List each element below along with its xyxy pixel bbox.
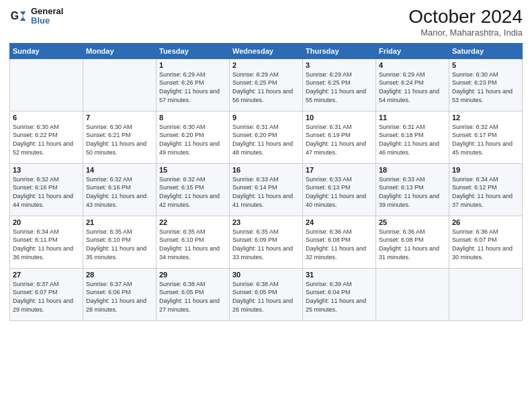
calendar-cell <box>10 58 83 111</box>
day-number: 4 <box>379 61 446 69</box>
calendar-cell: 26Sunrise: 6:36 AMSunset: 6:07 PMDayligh… <box>449 216 523 268</box>
day-detail: Sunrise: 6:30 AMSunset: 6:22 PMDaylight:… <box>13 123 80 156</box>
calendar-cell: 7Sunrise: 6:30 AMSunset: 6:21 PMDaylight… <box>83 111 157 163</box>
calendar-cell: 28Sunrise: 6:37 AMSunset: 6:06 PMDayligh… <box>83 268 157 320</box>
day-detail: Sunrise: 6:33 AMSunset: 6:13 PMDaylight:… <box>306 175 373 209</box>
day-number: 20 <box>13 218 80 226</box>
day-number: 18 <box>379 166 446 174</box>
logo: G General Blue <box>9 7 63 26</box>
day-detail: Sunrise: 6:34 AMSunset: 6:11 PMDaylight:… <box>13 228 80 261</box>
day-number: 14 <box>86 166 153 174</box>
calendar-cell: 16Sunrise: 6:33 AMSunset: 6:14 PMDayligh… <box>230 163 303 216</box>
day-detail: Sunrise: 6:32 AMSunset: 6:15 PMDaylight:… <box>159 175 226 209</box>
day-detail: Sunrise: 6:31 AMSunset: 6:20 PMDaylight:… <box>232 123 300 156</box>
day-number: 27 <box>13 271 80 279</box>
calendar-cell <box>449 268 523 320</box>
calendar-cell: 15Sunrise: 6:32 AMSunset: 6:15 PMDayligh… <box>157 163 230 216</box>
day-number: 21 <box>86 218 153 226</box>
calendar-cell: 3Sunrise: 6:29 AMSunset: 6:25 PMDaylight… <box>303 58 376 111</box>
weekday-header: Thursday <box>303 43 376 58</box>
day-number: 30 <box>232 271 300 279</box>
weekday-header: Saturday <box>449 43 523 58</box>
day-number: 19 <box>452 166 519 174</box>
day-number: 17 <box>306 166 373 174</box>
svg-text:G: G <box>11 11 19 22</box>
day-detail: Sunrise: 6:37 AMSunset: 6:07 PMDaylight:… <box>13 280 80 314</box>
day-number: 2 <box>232 61 300 69</box>
day-number: 11 <box>379 113 446 122</box>
day-detail: Sunrise: 6:29 AMSunset: 6:25 PMDaylight:… <box>306 71 373 104</box>
calendar-week-row: 27Sunrise: 6:37 AMSunset: 6:07 PMDayligh… <box>10 268 523 320</box>
day-number: 9 <box>232 113 300 122</box>
calendar-cell: 13Sunrise: 6:32 AMSunset: 6:16 PMDayligh… <box>10 163 83 216</box>
day-detail: Sunrise: 6:38 AMSunset: 6:05 PMDaylight:… <box>232 280 300 314</box>
weekday-header-row: SundayMondayTuesdayWednesdayThursdayFrid… <box>10 43 523 58</box>
calendar-week-row: 20Sunrise: 6:34 AMSunset: 6:11 PMDayligh… <box>10 216 523 268</box>
logo-icon: G <box>9 7 28 26</box>
day-detail: Sunrise: 6:31 AMSunset: 6:18 PMDaylight:… <box>379 123 446 156</box>
day-detail: Sunrise: 6:32 AMSunset: 6:16 PMDaylight:… <box>86 175 153 209</box>
calendar-week-row: 13Sunrise: 6:32 AMSunset: 6:16 PMDayligh… <box>10 163 523 216</box>
day-detail: Sunrise: 6:33 AMSunset: 6:13 PMDaylight:… <box>379 175 446 209</box>
day-detail: Sunrise: 6:32 AMSunset: 6:17 PMDaylight:… <box>452 123 519 156</box>
calendar-cell: 27Sunrise: 6:37 AMSunset: 6:07 PMDayligh… <box>10 268 83 320</box>
day-detail: Sunrise: 6:32 AMSunset: 6:16 PMDaylight:… <box>13 175 80 209</box>
calendar-cell: 30Sunrise: 6:38 AMSunset: 6:05 PMDayligh… <box>230 268 303 320</box>
calendar-cell <box>83 58 157 111</box>
day-detail: Sunrise: 6:38 AMSunset: 6:05 PMDaylight:… <box>159 280 226 314</box>
day-number: 1 <box>159 61 226 69</box>
weekday-header: Tuesday <box>157 43 230 58</box>
calendar-cell: 17Sunrise: 6:33 AMSunset: 6:13 PMDayligh… <box>303 163 376 216</box>
day-number: 15 <box>159 166 226 174</box>
day-detail: Sunrise: 6:39 AMSunset: 6:04 PMDaylight:… <box>306 280 373 314</box>
calendar-cell: 24Sunrise: 6:36 AMSunset: 6:08 PMDayligh… <box>303 216 376 268</box>
day-number: 7 <box>86 113 153 122</box>
weekday-header: Wednesday <box>230 43 303 58</box>
weekday-header: Monday <box>83 43 157 58</box>
weekday-header: Friday <box>376 43 449 58</box>
day-number: 29 <box>159 271 226 279</box>
calendar-cell: 25Sunrise: 6:36 AMSunset: 6:08 PMDayligh… <box>376 216 449 268</box>
calendar-cell: 11Sunrise: 6:31 AMSunset: 6:18 PMDayligh… <box>376 111 449 163</box>
calendar-cell: 29Sunrise: 6:38 AMSunset: 6:05 PMDayligh… <box>157 268 230 320</box>
day-detail: Sunrise: 6:37 AMSunset: 6:06 PMDaylight:… <box>86 280 153 314</box>
day-number: 25 <box>379 218 446 226</box>
day-detail: Sunrise: 6:34 AMSunset: 6:12 PMDaylight:… <box>452 175 519 209</box>
day-detail: Sunrise: 6:29 AMSunset: 6:24 PMDaylight:… <box>379 71 446 104</box>
day-detail: Sunrise: 6:35 AMSunset: 6:09 PMDaylight:… <box>232 228 300 261</box>
calendar-cell: 9Sunrise: 6:31 AMSunset: 6:20 PMDaylight… <box>230 111 303 163</box>
header: G General Blue October 2024 Manor, Mahar… <box>9 7 523 38</box>
day-detail: Sunrise: 6:33 AMSunset: 6:14 PMDaylight:… <box>232 175 300 209</box>
day-number: 3 <box>306 61 373 69</box>
calendar-cell: 21Sunrise: 6:35 AMSunset: 6:10 PMDayligh… <box>83 216 157 268</box>
day-detail: Sunrise: 6:30 AMSunset: 6:20 PMDaylight:… <box>159 123 226 156</box>
calendar-cell: 4Sunrise: 6:29 AMSunset: 6:24 PMDaylight… <box>376 58 449 111</box>
calendar-cell: 31Sunrise: 6:39 AMSunset: 6:04 PMDayligh… <box>303 268 376 320</box>
calendar-cell: 8Sunrise: 6:30 AMSunset: 6:20 PMDaylight… <box>157 111 230 163</box>
day-number: 26 <box>452 218 519 226</box>
day-number: 28 <box>86 271 153 279</box>
logo-text: General Blue <box>31 7 63 26</box>
day-detail: Sunrise: 6:36 AMSunset: 6:07 PMDaylight:… <box>452 228 519 261</box>
day-number: 8 <box>159 113 226 122</box>
day-number: 22 <box>159 218 226 226</box>
day-number: 23 <box>232 218 300 226</box>
page-title: October 2024 <box>408 7 523 28</box>
calendar-cell: 23Sunrise: 6:35 AMSunset: 6:09 PMDayligh… <box>230 216 303 268</box>
calendar-cell: 19Sunrise: 6:34 AMSunset: 6:12 PMDayligh… <box>449 163 523 216</box>
calendar-cell: 1Sunrise: 6:29 AMSunset: 6:26 PMDaylight… <box>157 58 230 111</box>
day-number: 10 <box>306 113 373 122</box>
day-detail: Sunrise: 6:30 AMSunset: 6:21 PMDaylight:… <box>86 123 153 156</box>
day-detail: Sunrise: 6:35 AMSunset: 6:10 PMDaylight:… <box>159 228 226 261</box>
calendar-cell: 18Sunrise: 6:33 AMSunset: 6:13 PMDayligh… <box>376 163 449 216</box>
calendar-cell: 2Sunrise: 6:29 AMSunset: 6:25 PMDaylight… <box>230 58 303 111</box>
day-number: 12 <box>452 113 519 122</box>
day-detail: Sunrise: 6:31 AMSunset: 6:19 PMDaylight:… <box>306 123 373 156</box>
calendar-cell: 12Sunrise: 6:32 AMSunset: 6:17 PMDayligh… <box>449 111 523 163</box>
calendar-cell: 22Sunrise: 6:35 AMSunset: 6:10 PMDayligh… <box>157 216 230 268</box>
calendar-cell: 6Sunrise: 6:30 AMSunset: 6:22 PMDaylight… <box>10 111 83 163</box>
day-detail: Sunrise: 6:29 AMSunset: 6:26 PMDaylight:… <box>159 71 226 104</box>
day-number: 24 <box>306 218 373 226</box>
day-number: 6 <box>13 113 80 122</box>
day-detail: Sunrise: 6:29 AMSunset: 6:25 PMDaylight:… <box>232 71 300 104</box>
